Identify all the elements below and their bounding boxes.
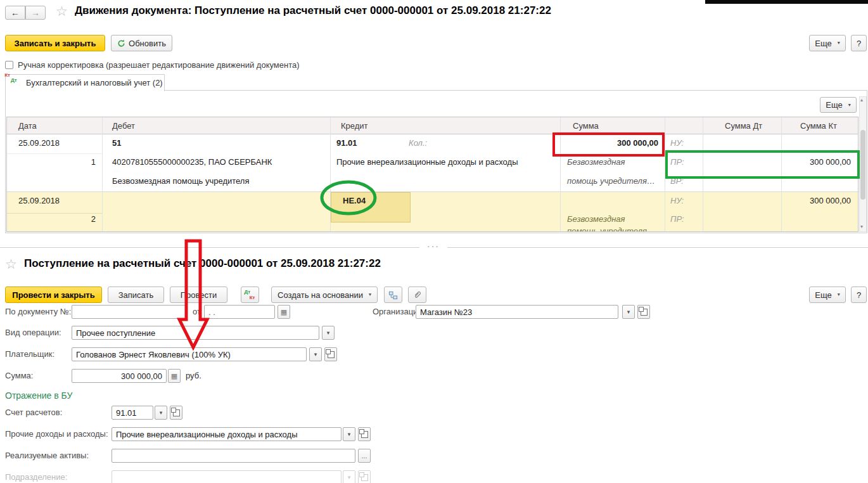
manual-adjustment-checkbox[interactable] xyxy=(5,61,13,69)
cell-pr-label: ПР: xyxy=(670,214,684,224)
structure-button[interactable] xyxy=(384,287,402,303)
table-more-label: Еще xyxy=(826,100,842,110)
cell-credit-subconto1: Прочие внереализационные доходы и расход… xyxy=(336,157,518,167)
organization-open-button[interactable] xyxy=(637,305,650,319)
row-divider xyxy=(7,191,858,192)
col-header-amount-kt[interactable]: Сумма Кт xyxy=(800,121,837,131)
scroll-thumb[interactable] xyxy=(860,130,865,200)
division-dropdown-button[interactable]: ▾ xyxy=(343,470,355,483)
cell-amount-note2: помощь учредителя… xyxy=(567,176,655,186)
more-button-top[interactable]: Еще▾ xyxy=(809,35,846,51)
caret-down-icon: ▾ xyxy=(848,103,851,108)
cell-date: 25.09.2018 xyxy=(18,138,60,148)
cell-nu-label: НУ: xyxy=(670,138,684,148)
refresh-label: Обновить xyxy=(129,39,166,48)
caret-down-icon: ▾ xyxy=(314,351,317,357)
open-form-icon xyxy=(361,474,368,481)
cell-debit-account: 51 xyxy=(112,138,121,148)
calculator-icon: ▦ xyxy=(171,372,177,380)
caret-down-icon: ▾ xyxy=(160,409,163,416)
other-income-dropdown-button[interactable]: ▾ xyxy=(343,427,355,441)
save-close-button[interactable]: Записать и закрыть xyxy=(5,35,105,51)
table-more-button[interactable]: Еще▾ xyxy=(820,97,857,113)
forward-arrow-icon: → xyxy=(31,8,40,18)
calendar-button[interactable]: ▦ xyxy=(278,305,290,319)
account-open-button[interactable] xyxy=(170,406,182,420)
sold-assets-select-button[interactable]: ... xyxy=(358,449,371,463)
save-button[interactable]: Записать xyxy=(108,287,164,303)
cell-nu-amount-kt: 300 000,00 xyxy=(756,196,851,205)
table-scrollbar[interactable]: ▴ ▾ xyxy=(859,96,867,232)
date-subdivider xyxy=(7,153,102,154)
calculator-button[interactable]: ▦ xyxy=(168,369,181,383)
more-label: Еще xyxy=(815,290,831,300)
dtkt-icon: ДтКт xyxy=(245,290,256,300)
scroll-down-button[interactable]: ▾ xyxy=(860,224,863,229)
payer-dropdown-button[interactable]: ▾ xyxy=(309,347,322,361)
currency-label: руб. xyxy=(186,371,201,380)
operation-dropdown-button[interactable]: ▾ xyxy=(322,326,335,340)
date-subdivider xyxy=(7,213,102,214)
dtkt-button[interactable]: ДтКт xyxy=(241,287,259,303)
back-arrow-icon: ← xyxy=(11,8,20,18)
tab-label: Бухгалтерский и налоговый учет (2) xyxy=(26,78,163,87)
other-income-combobox[interactable]: Прочие внереализационные доходы и расход… xyxy=(112,427,341,441)
cell-date: 25.09.2018 xyxy=(18,196,60,205)
refresh-button[interactable]: Обновить xyxy=(111,35,172,51)
open-form-icon xyxy=(361,431,368,438)
tab-accounting[interactable]: ДтКт Бухгалтерский и налоговый учет (2) xyxy=(5,74,165,91)
sold-assets-input[interactable] xyxy=(112,449,355,463)
col-header-date[interactable]: Дата xyxy=(18,121,37,131)
open-form-icon xyxy=(328,351,335,358)
paperclip-icon xyxy=(413,290,422,299)
splitter-grip-dots[interactable]: ··· xyxy=(419,242,447,250)
nav-back-button[interactable]: ← xyxy=(5,6,25,20)
col-header-credit[interactable]: Кредит xyxy=(341,121,368,131)
payer-open-button[interactable] xyxy=(324,347,337,361)
caret-down-icon: ▾ xyxy=(838,292,840,297)
favorite-star-icon[interactable]: ☆ xyxy=(56,4,68,19)
create-based-button[interactable]: Создать на основании▾ xyxy=(271,287,378,303)
settlement-account-combobox[interactable]: 91.01 xyxy=(112,406,153,420)
post-close-button[interactable]: Провести и закрыть xyxy=(5,287,102,303)
scroll-up-button[interactable]: ▴ xyxy=(860,97,863,103)
bu-section-header: Отражение в БУ xyxy=(5,390,72,401)
amount-input[interactable]: 300 000,00 xyxy=(72,369,167,383)
favorite-star-icon[interactable]: ☆ xyxy=(5,257,17,272)
attachment-button[interactable] xyxy=(408,287,426,303)
help-button-top[interactable]: ? xyxy=(851,35,867,51)
doc-date-input[interactable]: . . xyxy=(204,305,275,319)
nav-forward-button[interactable]: → xyxy=(25,6,46,20)
more-button-bottom[interactable]: Еще▾ xyxy=(809,287,846,303)
division-open-button[interactable] xyxy=(358,470,371,483)
caret-down-icon: ▾ xyxy=(369,292,371,297)
help-button-bottom[interactable]: ? xyxy=(851,287,867,303)
col-header-amount-dt[interactable]: Сумма Дт xyxy=(725,121,762,131)
row-highlight[interactable] xyxy=(7,192,858,232)
organization-dropdown-button[interactable]: ▾ xyxy=(622,305,635,319)
col-header-amount[interactable]: Сумма xyxy=(573,121,599,131)
account-dropdown-button[interactable]: ▾ xyxy=(155,406,167,420)
create-based-label: Создать на основании xyxy=(278,290,363,300)
red-highlight-box xyxy=(552,132,665,157)
cell-credit-account: 91.01 xyxy=(336,138,357,148)
cell-nu-label: НУ: xyxy=(670,196,684,205)
doc-number-input[interactable] xyxy=(72,305,188,319)
open-form-icon xyxy=(641,309,648,316)
red-arrow-annotation xyxy=(176,239,212,351)
open-form-icon xyxy=(173,409,180,416)
caret-down-icon: ▾ xyxy=(838,41,840,46)
doc-number-label: По документу №: xyxy=(5,307,71,316)
other-income-open-button[interactable] xyxy=(358,427,371,441)
division-combobox[interactable] xyxy=(112,470,341,483)
refresh-icon xyxy=(117,39,125,48)
cell-row-number: 1 xyxy=(32,157,96,167)
cell-amount-note2: помощь учредителя xyxy=(567,226,647,232)
green-highlight-box xyxy=(665,150,860,179)
organization-combobox[interactable]: Магазин №23 xyxy=(416,305,618,319)
cell-row-number: 2 xyxy=(32,214,96,224)
col-header-debit[interactable]: Дебет xyxy=(112,121,135,131)
manual-adjustment-label: Ручная корректировка (разрешает редактир… xyxy=(18,60,300,70)
caret-down-icon: ▾ xyxy=(348,474,351,480)
cell-amount-note1: Безвозмездная xyxy=(567,157,625,167)
